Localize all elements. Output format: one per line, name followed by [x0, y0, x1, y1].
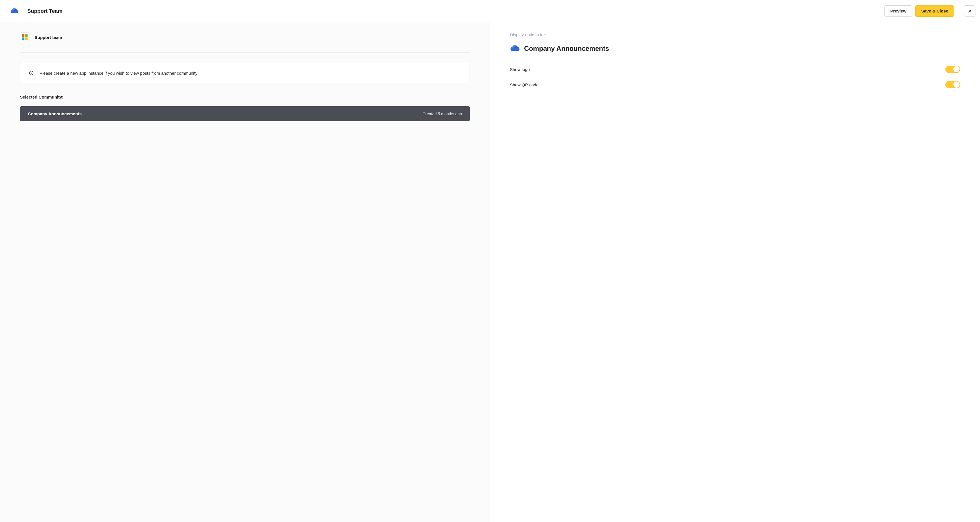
option-show-logo-label: Show logo — [510, 67, 530, 72]
close-icon — [967, 9, 972, 13]
page-title: Support Team — [27, 8, 62, 14]
community-logo-icon — [510, 43, 520, 54]
info-message: Please create a new app instance if you … — [40, 71, 197, 76]
microsoft-logo-icon — [22, 34, 27, 40]
header-left: Support Team — [10, 7, 62, 15]
app-logo-icon — [10, 7, 19, 15]
option-show-logo-toggle[interactable] — [945, 65, 960, 73]
save-close-button[interactable]: Save & Close — [915, 5, 954, 17]
option-show-qr: Show QR code — [510, 77, 960, 92]
display-options-eyebrow: Display options for: — [510, 32, 960, 37]
left-panel: Support team Please create a new app ins… — [0, 22, 490, 522]
display-options-title-row: Company Announcements — [510, 43, 960, 54]
org-name: Support team — [35, 35, 62, 40]
toggle-knob — [953, 81, 959, 88]
community-created-meta: Created 5 months ago — [422, 111, 462, 116]
header: Support Team Preview Save & Close — [0, 0, 980, 22]
right-panel: Display options for: Company Announcemen… — [490, 22, 980, 522]
preview-button[interactable]: Preview — [884, 5, 912, 17]
close-button[interactable] — [964, 5, 975, 17]
option-show-logo: Show logo — [510, 62, 960, 77]
info-banner: Please create a new app instance if you … — [20, 63, 470, 83]
community-name: Company Announcements — [28, 111, 81, 116]
toggle-knob — [953, 66, 959, 72]
display-options-title: Company Announcements — [524, 45, 609, 53]
header-actions: Preview Save & Close — [884, 5, 975, 17]
option-show-qr-label: Show QR code — [510, 82, 539, 87]
community-row[interactable]: Company Announcements Created 5 months a… — [20, 106, 470, 121]
divider — [960, 0, 960, 22]
org-logo-chip — [20, 32, 30, 42]
org-row: Support team — [20, 32, 470, 53]
selected-community-label: Selected Community: — [20, 95, 470, 99]
option-show-qr-toggle[interactable] — [945, 81, 960, 88]
info-icon — [29, 70, 34, 76]
